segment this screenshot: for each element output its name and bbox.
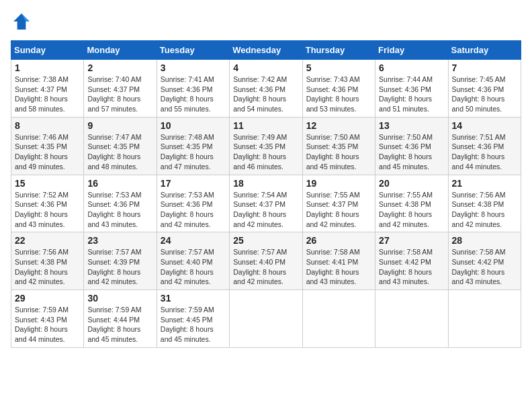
day-number: 28 (452, 235, 517, 246)
weekday-header-saturday: Saturday (448, 41, 521, 60)
calendar-cell: 8Sunrise: 7:46 AMSunset: 4:35 PMDaylight… (11, 117, 84, 175)
day-info: Sunrise: 7:49 AMSunset: 4:35 PMDaylight:… (233, 132, 298, 172)
day-info: Sunrise: 7:47 AMSunset: 4:35 PMDaylight:… (87, 132, 152, 172)
calendar-cell: 11Sunrise: 7:49 AMSunset: 4:35 PMDayligh… (230, 117, 302, 175)
day-info: Sunrise: 7:52 AMSunset: 4:36 PMDaylight:… (15, 190, 80, 230)
day-number: 17 (161, 178, 226, 189)
calendar-cell: 31Sunrise: 7:59 AMSunset: 4:45 PMDayligh… (157, 290, 229, 348)
day-number: 5 (306, 62, 371, 73)
day-number: 19 (306, 178, 371, 189)
calendar-cell: 13Sunrise: 7:50 AMSunset: 4:36 PMDayligh… (375, 117, 448, 175)
day-info: Sunrise: 7:51 AMSunset: 4:36 PMDaylight:… (452, 132, 517, 172)
day-number: 12 (306, 120, 371, 131)
weekday-header-friday: Friday (375, 41, 448, 60)
day-number: 6 (379, 62, 444, 73)
day-number: 21 (452, 178, 517, 189)
calendar-cell: 3Sunrise: 7:41 AMSunset: 4:36 PMDaylight… (157, 60, 229, 118)
day-info: Sunrise: 7:55 AMSunset: 4:37 PMDaylight:… (306, 190, 371, 230)
day-info: Sunrise: 7:56 AMSunset: 4:38 PMDaylight:… (15, 247, 80, 287)
calendar-cell (302, 290, 375, 348)
calendar-cell: 17Sunrise: 7:53 AMSunset: 4:36 PMDayligh… (157, 175, 229, 232)
calendar-cell (375, 290, 448, 348)
day-info: Sunrise: 7:53 AMSunset: 4:36 PMDaylight:… (87, 190, 152, 230)
day-number: 9 (87, 120, 152, 131)
day-info: Sunrise: 7:41 AMSunset: 4:36 PMDaylight:… (161, 75, 226, 114)
calendar-cell: 29Sunrise: 7:59 AMSunset: 4:43 PMDayligh… (11, 290, 84, 348)
day-number: 29 (15, 293, 80, 304)
day-info: Sunrise: 7:44 AMSunset: 4:36 PMDaylight:… (379, 75, 444, 114)
day-info: Sunrise: 7:53 AMSunset: 4:36 PMDaylight:… (161, 190, 226, 230)
day-number: 15 (15, 178, 80, 189)
calendar-table: SundayMondayTuesdayWednesdayThursdayFrid… (11, 40, 521, 348)
day-info: Sunrise: 7:38 AMSunset: 4:37 PMDaylight:… (15, 75, 80, 114)
day-number: 25 (233, 235, 298, 246)
day-number: 27 (379, 235, 444, 246)
day-number: 23 (87, 235, 152, 246)
day-info: Sunrise: 7:55 AMSunset: 4:38 PMDaylight:… (379, 190, 444, 230)
day-info: Sunrise: 7:43 AMSunset: 4:36 PMDaylight:… (306, 75, 371, 114)
day-number: 26 (306, 235, 371, 246)
day-info: Sunrise: 7:57 AMSunset: 4:39 PMDaylight:… (87, 247, 152, 287)
calendar-week-1: 1Sunrise: 7:38 AMSunset: 4:37 PMDaylight… (11, 60, 521, 118)
weekday-header-wednesday: Wednesday (230, 41, 302, 60)
day-info: Sunrise: 7:50 AMSunset: 4:36 PMDaylight:… (379, 132, 444, 172)
weekday-header-thursday: Thursday (302, 41, 375, 60)
calendar-cell: 14Sunrise: 7:51 AMSunset: 4:36 PMDayligh… (448, 117, 521, 175)
weekday-header-tuesday: Tuesday (157, 41, 229, 60)
calendar-cell: 1Sunrise: 7:38 AMSunset: 4:37 PMDaylight… (11, 60, 84, 118)
day-info: Sunrise: 7:42 AMSunset: 4:36 PMDaylight:… (233, 75, 298, 114)
calendar-cell: 6Sunrise: 7:44 AMSunset: 4:36 PMDaylight… (375, 60, 448, 118)
day-info: Sunrise: 7:58 AMSunset: 4:42 PMDaylight:… (452, 247, 517, 287)
page-header (11, 11, 521, 32)
day-number: 7 (452, 62, 517, 73)
day-number: 18 (233, 178, 298, 189)
day-info: Sunrise: 7:59 AMSunset: 4:43 PMDaylight:… (15, 305, 80, 345)
day-number: 16 (87, 178, 152, 189)
day-number: 2 (87, 62, 152, 73)
day-number: 1 (15, 62, 80, 73)
day-info: Sunrise: 7:50 AMSunset: 4:35 PMDaylight:… (306, 132, 371, 172)
day-number: 10 (161, 120, 226, 131)
calendar-cell: 28Sunrise: 7:58 AMSunset: 4:42 PMDayligh… (448, 232, 521, 290)
logo-icon (11, 11, 32, 32)
day-number: 14 (452, 120, 517, 131)
day-number: 13 (379, 120, 444, 131)
calendar-cell: 15Sunrise: 7:52 AMSunset: 4:36 PMDayligh… (11, 175, 84, 232)
calendar-cell: 30Sunrise: 7:59 AMSunset: 4:44 PMDayligh… (84, 290, 157, 348)
calendar-cell: 16Sunrise: 7:53 AMSunset: 4:36 PMDayligh… (84, 175, 157, 232)
day-info: Sunrise: 7:59 AMSunset: 4:45 PMDaylight:… (161, 305, 226, 345)
day-number: 31 (161, 293, 226, 304)
calendar-cell: 12Sunrise: 7:50 AMSunset: 4:35 PMDayligh… (302, 117, 375, 175)
weekday-header-sunday: Sunday (11, 41, 84, 60)
day-info: Sunrise: 7:45 AMSunset: 4:36 PMDaylight:… (452, 75, 517, 114)
calendar-cell: 26Sunrise: 7:58 AMSunset: 4:41 PMDayligh… (302, 232, 375, 290)
day-number: 30 (87, 293, 152, 304)
day-number: 8 (15, 120, 80, 131)
calendar-cell: 2Sunrise: 7:40 AMSunset: 4:37 PMDaylight… (84, 60, 157, 118)
calendar-cell: 20Sunrise: 7:55 AMSunset: 4:38 PMDayligh… (375, 175, 448, 232)
day-info: Sunrise: 7:58 AMSunset: 4:42 PMDaylight:… (379, 247, 444, 287)
weekday-header-monday: Monday (84, 41, 157, 60)
day-info: Sunrise: 7:54 AMSunset: 4:37 PMDaylight:… (233, 190, 298, 230)
calendar-cell: 7Sunrise: 7:45 AMSunset: 4:36 PMDaylight… (448, 60, 521, 118)
day-number: 4 (233, 62, 298, 73)
calendar-week-4: 22Sunrise: 7:56 AMSunset: 4:38 PMDayligh… (11, 232, 521, 290)
calendar-cell: 9Sunrise: 7:47 AMSunset: 4:35 PMDaylight… (84, 117, 157, 175)
calendar-cell: 22Sunrise: 7:56 AMSunset: 4:38 PMDayligh… (11, 232, 84, 290)
day-number: 20 (379, 178, 444, 189)
day-info: Sunrise: 7:46 AMSunset: 4:35 PMDaylight:… (15, 132, 80, 172)
calendar-cell: 4Sunrise: 7:42 AMSunset: 4:36 PMDaylight… (230, 60, 302, 118)
day-info: Sunrise: 7:58 AMSunset: 4:41 PMDaylight:… (306, 247, 371, 287)
day-info: Sunrise: 7:57 AMSunset: 4:40 PMDaylight:… (233, 247, 298, 287)
calendar-cell (230, 290, 302, 348)
day-info: Sunrise: 7:59 AMSunset: 4:44 PMDaylight:… (87, 305, 152, 345)
day-number: 24 (161, 235, 226, 246)
calendar-cell: 25Sunrise: 7:57 AMSunset: 4:40 PMDayligh… (230, 232, 302, 290)
calendar-cell: 21Sunrise: 7:56 AMSunset: 4:38 PMDayligh… (448, 175, 521, 232)
calendar-cell: 5Sunrise: 7:43 AMSunset: 4:36 PMDaylight… (302, 60, 375, 118)
calendar-cell: 19Sunrise: 7:55 AMSunset: 4:37 PMDayligh… (302, 175, 375, 232)
day-number: 11 (233, 120, 298, 131)
calendar-cell (448, 290, 521, 348)
day-info: Sunrise: 7:40 AMSunset: 4:37 PMDaylight:… (87, 75, 152, 114)
calendar-week-3: 15Sunrise: 7:52 AMSunset: 4:36 PMDayligh… (11, 175, 521, 232)
